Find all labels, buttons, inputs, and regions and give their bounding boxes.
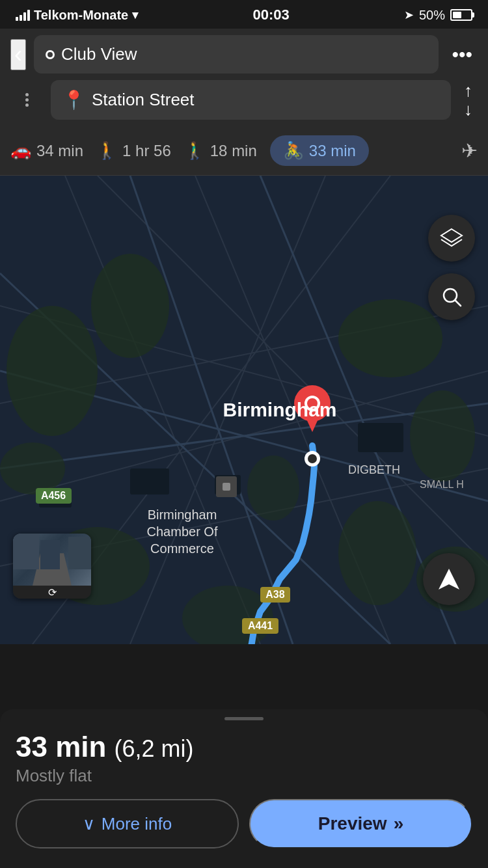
transport-mode-walk[interactable]: 🚶 1 hr 56	[96, 137, 184, 165]
double-chevron-icon: »	[394, 813, 404, 834]
transit-icon: 🚶‍♂️	[184, 141, 205, 161]
street-view-icon: ⟳	[48, 586, 57, 599]
walk-icon: 🚶	[96, 141, 117, 161]
chevron-down-icon: ∨	[83, 814, 95, 834]
preview-button[interactable]: Preview »	[249, 799, 472, 848]
destination-row: 📍 Station Street ↑ ↓	[10, 79, 478, 121]
back-button[interactable]: ‹	[10, 39, 26, 70]
cycle-time: 33 min	[309, 142, 356, 160]
search-icon	[441, 286, 462, 307]
status-left: Telkom-Monate ▾	[16, 8, 138, 23]
svg-text:A456: A456	[41, 490, 66, 501]
time-label: 00:03	[252, 7, 289, 23]
locate-button[interactable]	[423, 553, 475, 605]
bottom-panel: 33 min (6,2 mi) Mostly flat ∨ More info …	[0, 709, 488, 868]
svg-point-15	[7, 306, 98, 436]
status-right: ➤ 50%	[404, 8, 472, 23]
poi-label-chamber2: Chamber Of	[147, 524, 218, 539]
map-area[interactable]: A456 A38 A441 A34 A435 Birmingham DIGBET…	[0, 176, 488, 644]
transit-time: 18 min	[210, 142, 257, 160]
svg-point-16	[91, 254, 169, 358]
destination-pin-icon: 📍	[62, 89, 85, 111]
poi-marker-1-inner	[223, 483, 230, 491]
walk-time: 1 hr 56	[122, 142, 171, 160]
svg-point-24	[247, 455, 299, 521]
layers-button[interactable]	[428, 215, 475, 262]
svg-point-20	[338, 501, 416, 605]
route-connector-icon	[23, 89, 31, 111]
origin-input[interactable]: Club View	[61, 44, 427, 64]
cycle-icon: 🚴	[283, 141, 304, 161]
origin-input-wrap[interactable]: Club View	[34, 35, 439, 74]
drive-icon: 🚗	[10, 141, 31, 161]
drive-time: 34 min	[36, 142, 83, 160]
navigate-icon	[437, 567, 461, 591]
map-search-button[interactable]	[428, 273, 475, 320]
battery-percent: 50%	[419, 8, 445, 23]
drag-handle	[224, 717, 264, 720]
layers-icon	[440, 226, 463, 250]
route-terrain: Mostly flat	[16, 766, 472, 786]
svg-point-18	[410, 390, 475, 481]
destination-input-wrap[interactable]: 📍 Station Street	[51, 80, 451, 120]
poi-label-chamber: Birmingham	[148, 508, 217, 522]
preview-label: Preview	[318, 813, 387, 834]
header: ‹ Club View ••• 📍 Station Street ↑ ↓	[0, 29, 488, 129]
destination-input[interactable]: Station Street	[92, 90, 439, 110]
signal-icon	[16, 9, 30, 21]
svg-rect-27	[358, 423, 403, 452]
destination-ring-inner	[308, 454, 317, 463]
location-icon: ➤	[404, 8, 414, 22]
svg-rect-26	[130, 468, 169, 495]
svg-point-17	[338, 299, 442, 377]
route-summary: 33 min (6,2 mi) Mostly flat	[16, 731, 472, 786]
origin-row: ‹ Club View •••	[10, 35, 478, 74]
transport-mode-cycle[interactable]: 🚴 33 min	[270, 135, 369, 166]
more-options-button[interactable]: •••	[446, 41, 478, 68]
transport-mode-transit[interactable]: 🚶‍♂️ 18 min	[184, 137, 270, 165]
area-label-digbeth: DIGBETH	[348, 463, 400, 476]
route-distance: (6,2 mi)	[114, 735, 193, 763]
svg-marker-38	[441, 229, 462, 242]
svg-text:A38: A38	[265, 589, 284, 600]
bottom-actions: ∨ More info Preview »	[16, 799, 472, 848]
more-info-button[interactable]: ∨ More info	[16, 799, 239, 848]
battery-icon	[450, 9, 472, 21]
poi-label-chamber3: Commerce	[150, 541, 214, 556]
svg-text:A441: A441	[248, 620, 273, 631]
swap-directions-button[interactable]: ↑ ↓	[459, 79, 478, 121]
city-label-birmingham: Birmingham	[223, 399, 336, 420]
origin-dot-icon	[46, 50, 55, 59]
svg-line-40	[455, 300, 461, 306]
carrier-label: Telkom-Monate	[34, 8, 128, 23]
route-duration: 33 min	[16, 731, 106, 763]
transport-modes-bar: 🚗 34 min 🚶 1 hr 56 🚶‍♂️ 18 min 🚴 33 min …	[0, 129, 488, 176]
svg-point-22	[0, 442, 65, 495]
street-view-thumbnail[interactable]: ⟳	[13, 534, 91, 599]
svg-marker-41	[439, 569, 459, 590]
flight-mode-button[interactable]: ✈	[461, 139, 478, 162]
more-info-label: More info	[102, 814, 172, 834]
status-bar: Telkom-Monate ▾ 00:03 ➤ 50%	[0, 0, 488, 29]
transport-mode-drive[interactable]: 🚗 34 min	[10, 137, 96, 165]
wifi-icon: ▾	[132, 8, 138, 22]
area-label-small-h: SMALL H	[420, 479, 464, 490]
